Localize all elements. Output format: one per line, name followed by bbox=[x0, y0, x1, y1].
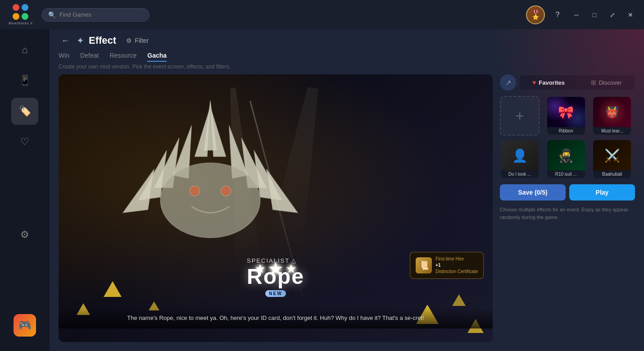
monster-silhouette bbox=[102, 88, 319, 275]
must-learn-visual: 👹 bbox=[605, 106, 619, 119]
certificate-panel: 📜 First-time Hire +1 Distinction Certifi… bbox=[410, 252, 484, 279]
info-text: Choose multiple effects for an event. En… bbox=[500, 206, 635, 221]
favorites-tab[interactable]: ♥ Favorites bbox=[520, 75, 577, 90]
effect-card-baahubali[interactable]: ⚔️ Baahubali bbox=[592, 139, 632, 179]
logo-circle-yellow bbox=[13, 13, 19, 20]
svg-marker-6 bbox=[123, 169, 154, 213]
certificate-title: First-time Hire bbox=[435, 256, 478, 262]
settings-icon: ⚙ bbox=[20, 229, 29, 241]
panel-tabs: ♥ Favorites ⊞ Discover bbox=[520, 75, 635, 90]
tabs-row: Win Defeat Resource Gacha bbox=[59, 50, 635, 62]
baahubali-label: Baahubali bbox=[593, 170, 631, 178]
right-panel: ↗ ♥ Favorites ⊞ Discover + bbox=[500, 74, 635, 342]
svg-marker-2 bbox=[210, 107, 226, 157]
tab-defeat[interactable]: Defeat bbox=[80, 50, 99, 62]
save-button[interactable]: Save (0/5) bbox=[500, 184, 566, 201]
do-i-look-card-bg: 👤 bbox=[501, 140, 539, 171]
home-icon: ⌂ bbox=[22, 44, 27, 56]
sidebar-item-favorites[interactable]: ♡ bbox=[11, 128, 38, 155]
ribbon-label: Ribbon bbox=[547, 127, 585, 135]
must-learn-card-bg: 👹 bbox=[593, 97, 631, 128]
play-button[interactable]: Play bbox=[569, 184, 635, 201]
filter-icon: ⚙ bbox=[126, 37, 132, 44]
page-subtitle: Create your own mod version. Pick the ev… bbox=[59, 64, 635, 70]
svg-point-13 bbox=[221, 186, 231, 196]
effect-card-do-i-look[interactable]: 👤 Do I look ... bbox=[500, 139, 540, 179]
sidebar-item-library[interactable]: 📱 bbox=[11, 67, 38, 94]
filter-button[interactable]: ⚙ Filter bbox=[126, 37, 149, 44]
sidebar-item-home[interactable]: ⌂ bbox=[11, 36, 38, 64]
titlebar-right: 🎖️ ? ─ □ ⤢ ✕ bbox=[526, 5, 637, 24]
preview-background: ★ ★ ★ SPECIALIST △ Rope NEW bbox=[59, 74, 493, 342]
ribbon-card-bg: 🎀 bbox=[547, 97, 585, 128]
preview-subtitle: The name's Rope, nice to meet ya. Oh, he… bbox=[59, 308, 493, 328]
favorites-icon: ♡ bbox=[20, 136, 29, 148]
logo-circle-red bbox=[13, 4, 19, 11]
svg-marker-10 bbox=[267, 169, 298, 213]
breadcrumb: ← ✦ Effect ⚙ Filter bbox=[59, 35, 635, 46]
tab-win[interactable]: Win bbox=[59, 50, 69, 62]
maximize-button[interactable]: □ bbox=[588, 9, 601, 21]
page-title: Effect bbox=[89, 35, 116, 46]
plus-icon: + bbox=[516, 108, 524, 124]
favorites-tab-label: Favorites bbox=[539, 79, 565, 86]
discover-tab-label: Discover bbox=[599, 79, 622, 86]
preview-subtitle-text: The name's Rope, nice to meet ya. Oh, he… bbox=[77, 314, 475, 323]
search-bar[interactable]: 🔍 Find Games bbox=[41, 8, 150, 22]
restore-button[interactable]: ⤢ bbox=[606, 9, 619, 21]
r10-visual: 🥷 bbox=[558, 148, 574, 163]
effect-card-must-learn[interactable]: 👹 Must lear... bbox=[592, 96, 632, 136]
help-button[interactable]: ? bbox=[550, 8, 565, 22]
r10-card-bg: 🥷 bbox=[547, 140, 585, 171]
svg-point-12 bbox=[190, 186, 200, 196]
add-effect-button[interactable]: + bbox=[500, 96, 540, 136]
svg-marker-1 bbox=[195, 107, 211, 157]
logo-circle-green bbox=[22, 13, 28, 20]
share-button[interactable]: ↗ bbox=[500, 74, 516, 91]
effects-icon: 🏷️ bbox=[19, 105, 31, 117]
action-buttons: Save (0/5) Play bbox=[500, 184, 635, 201]
do-i-look-label: Do I look ... bbox=[501, 170, 539, 178]
r10-label: R10 suit ... bbox=[547, 170, 585, 178]
triangle-left-2 bbox=[104, 281, 122, 297]
sidebar-item-effects[interactable]: 🏷️ bbox=[11, 98, 38, 125]
minimize-button[interactable]: ─ bbox=[570, 9, 583, 21]
effect-card-ribbon[interactable]: 🎀 Ribbon bbox=[546, 96, 586, 136]
back-button[interactable]: ← bbox=[59, 35, 72, 46]
logo-circle-blue bbox=[22, 4, 28, 11]
bluestacks-bottom-logo[interactable]: 🎮 bbox=[14, 314, 36, 337]
library-icon: 📱 bbox=[19, 75, 31, 87]
preview-area: ★ ★ ★ SPECIALIST △ Rope NEW bbox=[59, 74, 493, 342]
tab-gacha[interactable]: Gacha bbox=[147, 50, 167, 62]
search-placeholder: Find Games bbox=[59, 11, 91, 18]
discover-icon: ⊞ bbox=[591, 79, 596, 86]
discover-tab[interactable]: ⊞ Discover bbox=[577, 75, 635, 90]
svg-point-11 bbox=[161, 163, 261, 237]
tab-resource[interactable]: Resource bbox=[109, 50, 136, 62]
effect-page-icon: ✦ bbox=[77, 35, 84, 46]
user-avatar[interactable]: 🎖️ bbox=[526, 5, 545, 24]
app-logo: BlueStacks X bbox=[7, 1, 34, 28]
baahubali-card-bg: ⚔️ bbox=[593, 140, 631, 171]
certificate-value: +1 bbox=[435, 263, 440, 268]
triangle-right-2 bbox=[452, 294, 466, 306]
content-header: ← ✦ Effect ⚙ Filter Win Defeat Resource … bbox=[50, 29, 644, 74]
titlebar: BlueStacks X 🔍 Find Games 🎖️ ? ─ □ ⤢ ✕ bbox=[0, 0, 644, 29]
effect-card-r10[interactable]: 🥷 R10 suit ... bbox=[546, 139, 586, 179]
certificate-item: Distinction Certificate bbox=[435, 269, 478, 275]
baahubali-visual: ⚔️ bbox=[604, 148, 620, 163]
content-body: ★ ★ ★ SPECIALIST △ Rope NEW bbox=[50, 74, 644, 351]
bluestacks-icon: 🎮 bbox=[18, 319, 32, 332]
certificate-icon: 📜 bbox=[416, 257, 432, 274]
search-icon: 🔍 bbox=[48, 11, 56, 18]
close-button[interactable]: ✕ bbox=[624, 9, 637, 21]
sidebar-item-settings[interactable]: ⚙ bbox=[11, 221, 38, 248]
panel-tabs-row: ↗ ♥ Favorites ⊞ Discover bbox=[500, 74, 635, 91]
app-name: BlueStacks X bbox=[9, 21, 33, 25]
filter-label: Filter bbox=[135, 37, 149, 44]
sidebar: ⌂ 📱 🏷️ ♡ ⚙ 🎮 bbox=[0, 29, 50, 351]
certificate-text: First-time Hire +1 Distinction Certifica… bbox=[435, 256, 478, 275]
must-learn-label: Must lear... bbox=[593, 127, 631, 135]
ribbon-visual: 🎀 bbox=[558, 105, 574, 120]
heart-icon: ♥ bbox=[532, 79, 536, 86]
